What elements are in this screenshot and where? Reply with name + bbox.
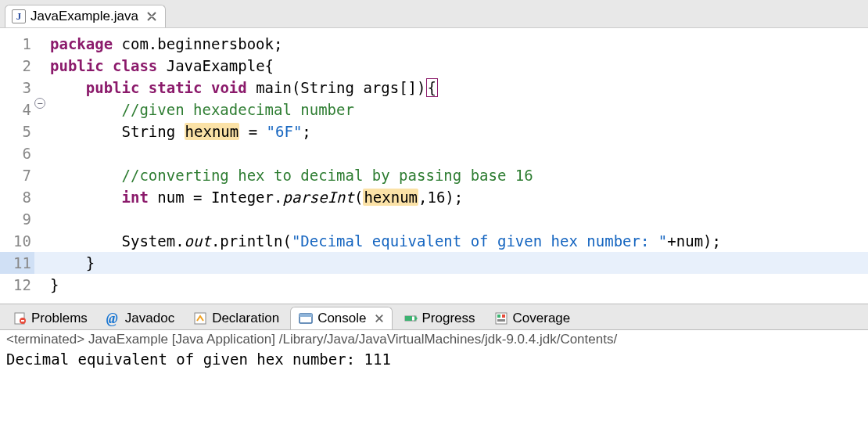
code-text[interactable]: } (50, 252, 95, 274)
code-text[interactable]: String hexnum = "6F"; (50, 120, 311, 142)
tab-console[interactable]: Console (290, 307, 392, 329)
line-number: 5 (0, 120, 34, 142)
tab-problems-label: Problems (31, 311, 88, 326)
tab-declaration-label: Declaration (212, 311, 279, 326)
svg-rect-17 (497, 319, 505, 322)
progress-icon (404, 311, 418, 325)
code-line[interactable]: 9 (0, 208, 868, 230)
bottom-tab-bar: Problems @ Javadoc Declaration Console P… (0, 304, 868, 330)
tab-javadoc[interactable]: @ Javadoc (99, 307, 182, 329)
code-line[interactable]: 3− public static void main(String args[]… (0, 77, 868, 99)
line-number: 2 (0, 55, 34, 77)
fold-toggle-icon[interactable]: − (34, 98, 45, 109)
tab-progress-label: Progress (422, 311, 475, 326)
tab-javadoc-label: Javadoc (125, 311, 174, 326)
code-line[interactable]: 10 System.out.println("Decimal equivalen… (0, 230, 868, 252)
svg-rect-5 (21, 320, 24, 322)
console-output[interactable]: Decimal equivalent of given hex number: … (0, 347, 868, 371)
code-editor[interactable]: 1package com.beginnersbook;2public class… (0, 28, 868, 304)
code-line[interactable]: 4 //given hexadecimal number (0, 99, 868, 120)
code-text[interactable]: package com.beginnersbook; (50, 33, 282, 55)
code-line[interactable]: 12} (0, 274, 868, 296)
editor-tab-bar: J JavaExample.java (0, 0, 868, 28)
tab-problems[interactable]: Problems (5, 307, 95, 329)
line-number: 6 (0, 142, 34, 164)
code-text[interactable]: int num = Integer.parseInt(hexnum,16); (50, 186, 463, 208)
svg-rect-12 (405, 316, 412, 321)
line-number: 10 (0, 230, 34, 252)
code-line[interactable]: 6 (0, 142, 868, 164)
code-line[interactable]: 8 int num = Integer.parseInt(hexnum,16); (0, 186, 868, 208)
code-text[interactable]: public static void main(String args[]){ (50, 77, 438, 99)
code-line[interactable]: 2public class JavaExample{ (0, 55, 868, 77)
line-number: 4 (0, 99, 34, 120)
console-icon (299, 311, 313, 325)
editor-tab-label: JavaExample.java (30, 9, 138, 24)
editor-tab-active[interactable]: J JavaExample.java (5, 5, 166, 27)
line-number: 8 (0, 186, 34, 208)
code-line[interactable]: 7 //converting hex to decimal by passing… (0, 164, 868, 186)
line-number: 3 (0, 77, 34, 99)
java-file-icon: J (12, 9, 26, 23)
tab-progress[interactable]: Progress (396, 307, 483, 329)
tab-coverage-label: Coverage (513, 311, 571, 326)
code-line[interactable]: 5 String hexnum = "6F"; (0, 120, 868, 142)
coverage-icon (494, 311, 508, 325)
problems-icon (13, 311, 27, 325)
close-icon[interactable] (146, 11, 157, 22)
code-text[interactable]: //given hexadecimal number (50, 99, 354, 120)
code-line[interactable]: 1package com.beginnersbook; (0, 33, 868, 55)
console-status: <terminated> JavaExample [Java Applicati… (0, 330, 868, 347)
code-text[interactable]: //converting hex to decimal by passing b… (50, 164, 533, 186)
tab-declaration[interactable]: Declaration (185, 307, 287, 329)
line-number: 12 (0, 274, 34, 296)
tab-console-label: Console (317, 311, 366, 326)
javadoc-icon: @ (106, 311, 120, 325)
close-icon[interactable] (375, 314, 384, 323)
svg-rect-8 (299, 314, 312, 317)
line-number: 9 (0, 208, 34, 230)
code-text[interactable]: System.out.println("Decimal equivalent o… (50, 230, 721, 252)
tab-coverage[interactable]: Coverage (486, 307, 579, 329)
code-text[interactable]: } (50, 274, 59, 296)
svg-rect-6 (195, 313, 206, 324)
line-number: 1 (0, 33, 34, 55)
svg-rect-15 (497, 315, 500, 318)
line-number: 11 (0, 252, 34, 274)
line-number: 7 (0, 164, 34, 186)
code-line[interactable]: 11 } (0, 252, 868, 274)
declaration-icon (193, 311, 207, 325)
code-text[interactable]: public class JavaExample{ (50, 55, 274, 77)
svg-rect-16 (502, 315, 505, 318)
